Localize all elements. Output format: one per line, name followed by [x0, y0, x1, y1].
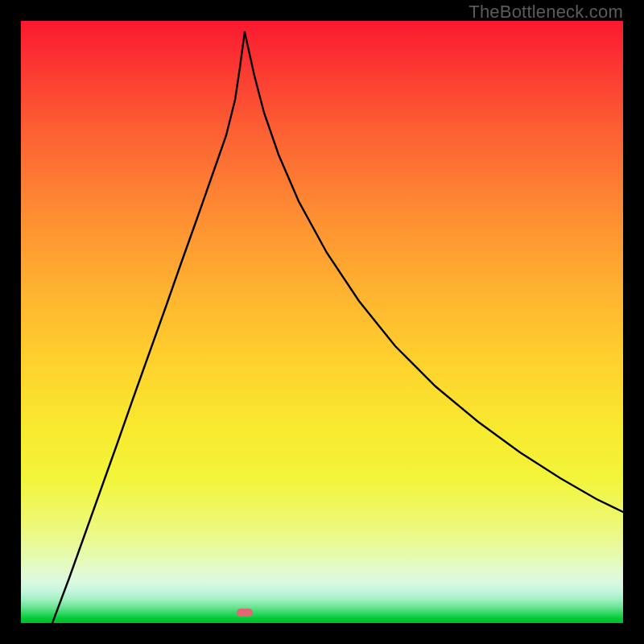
attribution-label: TheBottleneck.com — [469, 2, 623, 23]
plot-area — [21, 21, 623, 623]
optimal-point-marker — [237, 609, 253, 617]
heat-gradient-background — [21, 21, 623, 623]
